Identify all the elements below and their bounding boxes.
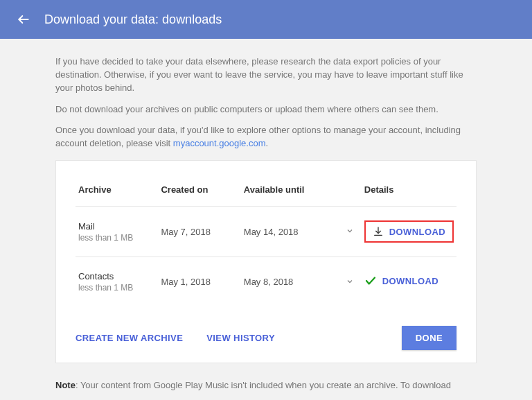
view-history-button[interactable]: VIEW HISTORY bbox=[206, 333, 275, 343]
th-created: Created on bbox=[158, 177, 240, 207]
archives-table: Archive Created on Available until Detai… bbox=[76, 177, 456, 306]
check-icon bbox=[364, 275, 377, 287]
available-until: May 8, 2018 bbox=[241, 257, 339, 307]
th-details: Details bbox=[362, 177, 456, 207]
archives-card: Archive Created on Available until Detai… bbox=[55, 160, 477, 363]
page-content: If you have decided to take your data el… bbox=[0, 39, 532, 390]
page-title: Download your data: downloads bbox=[44, 12, 222, 27]
archive-size: less than 1 MB bbox=[78, 283, 155, 293]
archive-size: less than 1 MB bbox=[78, 233, 155, 243]
chevron-down-icon bbox=[346, 277, 354, 286]
app-header: Download your data: downloads bbox=[0, 0, 532, 39]
intro-paragraph-3: Once you download your data, if you'd li… bbox=[55, 124, 477, 150]
archive-name: Contacts bbox=[78, 271, 155, 281]
expand-row-toggle[interactable] bbox=[339, 207, 362, 257]
footer-note: Note: Your content from Google Play Musi… bbox=[55, 380, 477, 390]
archive-name: Mail bbox=[78, 221, 155, 232]
create-new-archive-button[interactable]: CREATE NEW ARCHIVE bbox=[76, 333, 183, 343]
th-archive: Archive bbox=[76, 177, 158, 207]
download-highlight: DOWNLOAD bbox=[364, 220, 454, 243]
arrow-left-icon bbox=[17, 12, 30, 26]
download-button[interactable]: DOWNLOAD bbox=[364, 275, 438, 287]
available-until: May 14, 2018 bbox=[241, 207, 339, 257]
download-button[interactable]: DOWNLOAD bbox=[389, 227, 445, 237]
th-available: Available until bbox=[241, 177, 339, 207]
download-icon bbox=[373, 226, 384, 237]
created-on: May 1, 2018 bbox=[158, 257, 240, 307]
table-row: Contacts less than 1 MB May 1, 2018 May … bbox=[76, 257, 456, 307]
intro-paragraph-1: If you have decided to take your data el… bbox=[55, 55, 477, 95]
chevron-down-icon bbox=[346, 227, 354, 235]
back-button[interactable] bbox=[11, 7, 36, 32]
myaccount-link[interactable]: myaccount.google.com bbox=[173, 138, 266, 148]
card-actions: CREATE NEW ARCHIVE VIEW HISTORY DONE bbox=[76, 326, 456, 350]
table-row: Mail less than 1 MB May 7, 2018 May 14, … bbox=[76, 207, 456, 257]
created-on: May 7, 2018 bbox=[158, 207, 240, 257]
intro-text: If you have decided to take your data el… bbox=[55, 55, 477, 150]
done-button[interactable]: DONE bbox=[402, 326, 456, 350]
expand-row-toggle[interactable] bbox=[339, 257, 362, 307]
intro-paragraph-2: Do not download your archives on public … bbox=[55, 103, 477, 116]
